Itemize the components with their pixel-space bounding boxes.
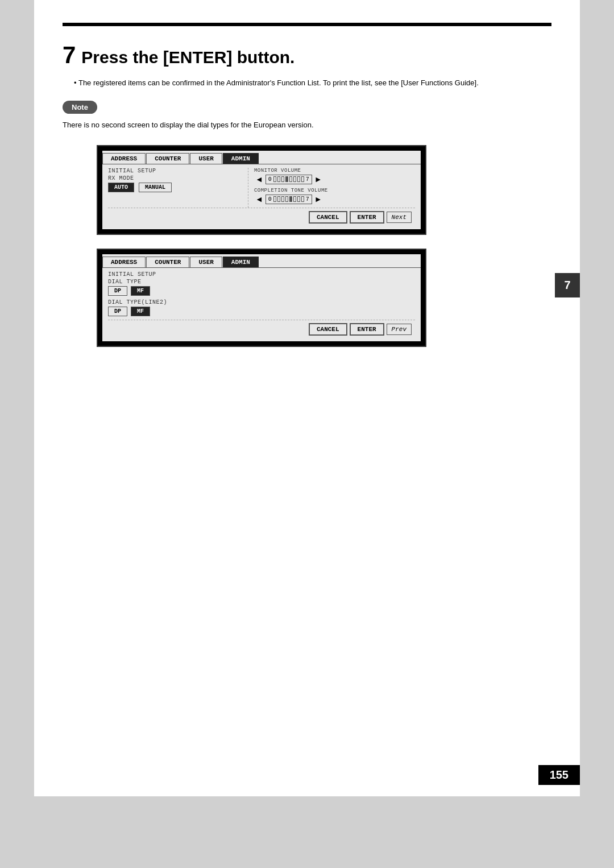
step-number: 7 <box>63 43 76 67</box>
vol-tick-2-8 <box>301 196 304 202</box>
vol-tick-1-8 <box>301 176 304 182</box>
completion-tone-label: COMPLETION TONE VOLUME <box>254 188 415 193</box>
bottom-btn-row-2: CANCEL ENTER Prev <box>108 320 415 338</box>
note-label: Note <box>72 103 88 111</box>
tab-bar-1: ADDRESS COUNTER USER ADMIN <box>102 151 421 164</box>
dp-button-1[interactable]: DP <box>108 286 127 296</box>
vol-tick-1-2 <box>277 176 280 182</box>
dial-row-1: DP MF <box>108 286 415 296</box>
screen-right-col-1: MONITOR VOLUME ◄ 0 <box>248 168 415 208</box>
vol-tick-2-6 <box>293 196 296 202</box>
mf-button-1[interactable]: MF <box>131 286 150 296</box>
screen-inner-2: ADDRESS COUNTER USER ADMIN INITIAL SETUP… <box>102 254 421 341</box>
vol-tick-2-3 <box>281 196 284 202</box>
enter-button-2[interactable]: ENTER <box>350 323 384 336</box>
cancel-button-2[interactable]: CANCEL <box>309 323 347 336</box>
dial-type-label: DIAL TYPE <box>108 279 415 285</box>
rx-mode-label: RX MODE <box>108 175 242 181</box>
monitor-volume-row: ◄ 0 7 <box>254 175 415 184</box>
prev-button[interactable]: Prev <box>387 324 412 335</box>
vol-left-1[interactable]: ◄ <box>254 175 264 183</box>
vol-tick-2-7 <box>297 196 300 202</box>
vol-seven-1: 7 <box>306 176 309 183</box>
manual-button[interactable]: MANUAL <box>139 183 172 192</box>
vol-tick-1-1 <box>273 176 276 182</box>
dp-button-2[interactable]: DP <box>108 307 127 316</box>
screen-panel-2: ADDRESS COUNTER USER ADMIN INITIAL SETUP… <box>97 249 426 347</box>
vol-bar-1: 0 7 <box>265 175 312 184</box>
vol-right-2[interactable]: ► <box>313 195 323 203</box>
vol-tick-2-2 <box>277 196 280 202</box>
screen-body-1: INITIAL SETUP RX MODE AUTO MANUAL MONITO… <box>102 164 421 229</box>
tab-user-2[interactable]: USER <box>190 257 222 267</box>
initial-setup-label-1: INITIAL SETUP <box>108 168 242 174</box>
screen-panel-1: ADDRESS COUNTER USER ADMIN INITIAL SETUP… <box>97 145 426 235</box>
vol-bar-2: 0 7 <box>265 195 312 204</box>
cancel-button-1[interactable]: CANCEL <box>309 211 347 224</box>
auto-button[interactable]: AUTO <box>108 183 134 192</box>
vol-tick-1-6 <box>293 176 296 182</box>
tab-admin-2[interactable]: ADMIN <box>223 257 259 267</box>
mf-button-2[interactable]: MF <box>131 307 150 316</box>
chapter-number: 7 <box>564 279 570 291</box>
vol-right-1[interactable]: ► <box>313 175 323 183</box>
enter-button-1[interactable]: ENTER <box>350 211 384 224</box>
bullet-text: The registered items can be confirmed in… <box>74 77 551 89</box>
screen-two-col-1: INITIAL SETUP RX MODE AUTO MANUAL MONITO… <box>108 168 415 208</box>
step-header: 7 Press the [ENTER] button. <box>63 43 551 67</box>
dial-row-2: DP MF <box>108 307 415 316</box>
screen-body-2: INITIAL SETUP DIAL TYPE DP MF DIAL TYPE(… <box>102 268 421 341</box>
dial-type2-label: DIAL TYPE(LINE2) <box>108 299 415 305</box>
screen-inner-1: ADDRESS COUNTER USER ADMIN INITIAL SETUP… <box>102 151 421 229</box>
vol-tick-1-7 <box>297 176 300 182</box>
vol-tick-1-5 <box>289 176 292 182</box>
step-title: Press the [ENTER] button. <box>81 48 294 67</box>
completion-volume-row: ◄ 0 7 <box>254 195 415 204</box>
tab-address-2[interactable]: ADDRESS <box>102 257 146 267</box>
vol-tick-1-3 <box>281 176 284 182</box>
vol-left-2[interactable]: ◄ <box>254 195 264 203</box>
vol-zero-1: 0 <box>268 176 272 183</box>
tab-address-1[interactable]: ADDRESS <box>102 153 146 164</box>
initial-setup-label-2: INITIAL SETUP <box>108 271 415 278</box>
tab-bar-2: ADDRESS COUNTER USER ADMIN <box>102 254 421 268</box>
top-border <box>63 23 551 26</box>
vol-seven-2: 7 <box>306 196 309 202</box>
vol-tick-2-4 <box>285 196 288 202</box>
monitor-volume-label: MONITOR VOLUME <box>254 168 415 173</box>
note-text: There is no second screen to display the… <box>63 121 551 129</box>
bottom-btn-row-1: CANCEL ENTER Next <box>108 208 415 226</box>
vol-tick-2-5 <box>289 196 292 202</box>
page-content: 7 Press the [ENTER] button. The register… <box>34 0 580 796</box>
vol-tick-1-4 <box>285 176 288 182</box>
tab-admin-1[interactable]: ADMIN <box>223 153 259 164</box>
vol-tick-2-1 <box>273 196 276 202</box>
note-box: Note <box>63 101 97 114</box>
page-number: 155 <box>550 768 569 781</box>
tab-counter-2[interactable]: COUNTER <box>146 257 189 267</box>
page-number-box: 155 <box>538 765 580 785</box>
vol-zero-2: 0 <box>268 196 272 202</box>
screen-left-col-1: INITIAL SETUP RX MODE AUTO MANUAL <box>108 168 242 208</box>
chapter-tab: 7 <box>555 273 580 297</box>
tab-user-1[interactable]: USER <box>190 153 222 164</box>
tab-counter-1[interactable]: COUNTER <box>146 153 189 164</box>
rx-mode-row: AUTO MANUAL <box>108 183 242 192</box>
next-button[interactable]: Next <box>387 212 412 223</box>
